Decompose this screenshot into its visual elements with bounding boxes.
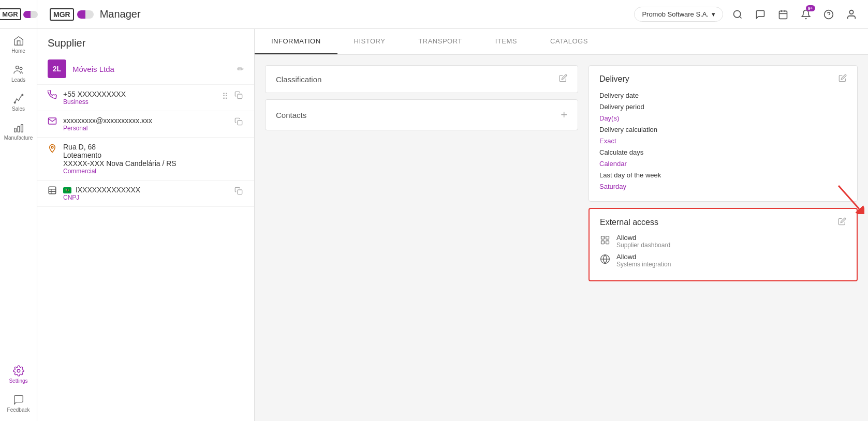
calendar-button[interactable] <box>775 6 791 23</box>
svg-point-2 <box>14 102 16 103</box>
help-button[interactable] <box>820 6 837 23</box>
messages-button[interactable] <box>752 6 769 23</box>
delivery-card-header: Delivery <box>599 74 847 84</box>
supplier-name: Móveis Ltda <box>72 65 114 73</box>
sidebar-item-manufacture[interactable]: Manufacture <box>0 118 37 145</box>
tab-items[interactable]: ITEMS <box>479 29 534 54</box>
tabs-bar: INFORMATION HISTORY TRANSPORT ITEMS CATA… <box>255 29 868 55</box>
classification-card: Classification <box>265 65 578 93</box>
delivery-row-4: Exact <box>599 136 847 145</box>
messages-icon <box>755 9 766 20</box>
phone-row: +55 XXXXXXXXXX Business ⠿ <box>37 85 254 111</box>
address-line1: Rua D, 68 <box>63 143 244 151</box>
delivery-row-2: Day(s) <box>599 113 847 123</box>
globe-icon <box>600 254 610 267</box>
tab-catalogs[interactable]: CATALOGS <box>534 29 605 54</box>
svg-rect-30 <box>606 241 609 244</box>
supplier-edit-button[interactable] <box>237 64 244 74</box>
address-line2: Loteamento <box>63 151 244 159</box>
content-area: Supplier 2L Móveis Ltda +55 XXXXXXXXXX B… <box>37 29 868 421</box>
svg-point-16 <box>849 10 853 13</box>
page-title: Supplier <box>37 29 254 53</box>
delivery-row-5: Calculate days <box>599 147 847 157</box>
sidebar-item-settings[interactable]: Settings <box>0 361 37 388</box>
svg-rect-10 <box>779 11 787 19</box>
help-icon <box>823 9 834 20</box>
delivery-row-1: Delivery period <box>599 102 847 111</box>
tab-left-column: Classification Contacts + <box>265 65 578 411</box>
brazil-flag: 🇧🇷 <box>63 187 71 193</box>
logo-toggle <box>23 11 38 18</box>
delivery-row-6: Calendar <box>599 159 847 168</box>
svg-rect-27 <box>601 236 605 239</box>
svg-point-8 <box>734 10 741 17</box>
sidebar-item-feedback[interactable]: Feedback <box>0 390 37 417</box>
external-access-card: External access <box>589 208 858 281</box>
notifications-button[interactable]: 9+ <box>798 6 814 23</box>
external-access-item-0: Allowd Supplier dashboard <box>600 234 846 249</box>
sidebar-settings-label: Settings <box>9 378 27 384</box>
tab-history[interactable]: HISTORY <box>337 29 402 54</box>
supplier-card: 2L Móveis Ltda <box>37 53 254 85</box>
address-row: Rua D, 68 Loteamento XXXXX-XXX Nova Cand… <box>37 138 254 181</box>
tab-transport[interactable]: TRANSPORT <box>402 29 478 54</box>
contacts-card: Contacts + <box>265 99 578 130</box>
delivery-row-0: Delivery date <box>599 91 847 100</box>
svg-rect-29 <box>601 241 605 244</box>
phone-grid-button[interactable]: ⠿ <box>221 91 229 102</box>
phone-copy-button[interactable] <box>233 90 244 102</box>
phone-value: +55 XXXXXXXXXX <box>63 90 215 98</box>
sidebar-bottom: Settings Feedback <box>0 361 37 417</box>
company-selector[interactable]: Promob Software S.A. ▾ <box>634 7 723 22</box>
contacts-add-button[interactable]: + <box>561 108 567 122</box>
address-icon <box>48 144 57 156</box>
delivery-row-8: Saturday <box>599 182 847 191</box>
svg-point-1 <box>20 67 22 70</box>
email-type: Personal <box>63 125 227 132</box>
sidebar: MGR Home Leads Sales <box>0 0 37 421</box>
topbar-logo: MGR <box>50 8 94 21</box>
svg-rect-4 <box>14 128 16 132</box>
phone-type: Business <box>63 98 215 106</box>
topbar-toggle <box>77 10 94 19</box>
svg-line-9 <box>740 16 742 18</box>
external-access-item-1-label: Allowd <box>616 253 671 261</box>
sidebar-leads-label: Leads <box>11 77 25 83</box>
search-button[interactable] <box>729 6 746 23</box>
main-area: MGR Manager Promob Software S.A. ▾ <box>37 0 868 421</box>
left-panel: Supplier 2L Móveis Ltda +55 XXXXXXXXXX B… <box>37 29 255 421</box>
sidebar-manufacture-label: Manufacture <box>4 135 33 141</box>
delivery-row-7: Last day of the week <box>599 170 847 179</box>
topbar-mgr-badge: MGR <box>50 8 74 21</box>
cnpj-copy-button[interactable] <box>233 186 244 198</box>
sidebar-feedback-label: Feedback <box>7 407 30 413</box>
delivery-row-3: Delivery calculation <box>599 125 847 134</box>
svg-rect-24 <box>238 190 242 194</box>
external-access-edit-button[interactable] <box>838 217 846 228</box>
user-profile-button[interactable] <box>843 6 860 23</box>
user-icon <box>846 9 857 20</box>
cnpj-type: CNPJ <box>63 194 227 201</box>
tab-information[interactable]: INFORMATION <box>255 29 337 54</box>
sidebar-item-leads[interactable]: Leads <box>0 60 37 87</box>
email-copy-button[interactable] <box>233 116 244 129</box>
external-access-item-1: Allowd Systems integration <box>600 253 846 268</box>
external-access-item-0-sublabel: Supplier dashboard <box>616 242 670 249</box>
manufacture-icon <box>13 122 24 133</box>
phone-icon <box>48 90 57 102</box>
classification-edit-button[interactable] <box>559 74 567 84</box>
svg-point-7 <box>17 369 20 372</box>
settings-icon <box>13 365 24 377</box>
sidebar-item-sales[interactable]: Sales <box>0 89 37 116</box>
tab-right-column: Delivery Delivery date <box>589 65 858 411</box>
topbar-right: Promob Software S.A. ▾ <box>634 6 860 23</box>
email-value: xxxxxxxxx@xxxxxxxxxx.xxx <box>63 116 227 125</box>
svg-rect-20 <box>49 187 56 194</box>
svg-rect-18 <box>238 121 242 125</box>
classification-label: Classification <box>276 75 321 84</box>
feedback-icon <box>13 394 24 405</box>
sidebar-item-home[interactable]: Home <box>0 31 37 58</box>
delivery-card: Delivery Delivery date <box>589 65 858 202</box>
address-type: Commercial <box>63 168 244 175</box>
delivery-edit-button[interactable] <box>838 74 847 84</box>
